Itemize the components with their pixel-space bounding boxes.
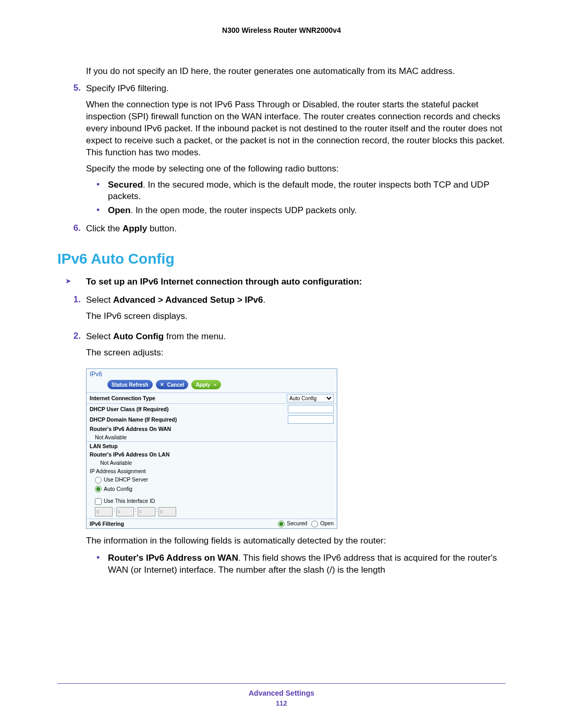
step-5-p2: Specify the mode by selecting one of the… xyxy=(86,163,506,175)
bullet-wan-addr: Router's IPv6 Address on WAN. This field… xyxy=(108,552,506,576)
status-refresh-button[interactable]: Status Refresh xyxy=(107,380,153,389)
dhcp-domain-label: DHCP Domain Name (If Required) xyxy=(90,416,288,423)
substep-2-number: 2. xyxy=(65,331,86,363)
step-5-lead: Specify IPv6 filtering. xyxy=(86,83,506,95)
use-iid-checkbox[interactable] xyxy=(95,498,102,505)
iid-inputs: : : : xyxy=(87,507,337,516)
bullet-secured: • Secured. In the secured mode, which is… xyxy=(96,179,506,203)
dhcp-domain-input[interactable] xyxy=(288,415,334,424)
footer-page-number: 112 xyxy=(0,699,563,707)
filter-open-option[interactable]: Open xyxy=(311,520,334,527)
task-arrow-icon: ➤ xyxy=(65,277,86,287)
step-5-p1: When the connection type is not IPv6 Pas… xyxy=(86,99,506,159)
section-title-ipv6-auto-config: IPv6 Auto Config xyxy=(57,251,506,267)
after-screenshot-text: The information in the following fields … xyxy=(86,535,506,547)
footer-section: Advanced Settings xyxy=(0,689,563,697)
doc-header-title: N300 Wireless Router WNR2000v4 xyxy=(57,26,506,34)
ip-assign-label: IP Address Assignment xyxy=(90,468,334,474)
bullet-dot-icon: • xyxy=(96,179,108,203)
ict-label: Internet Connection Type xyxy=(90,395,287,401)
dhcp-user-input[interactable] xyxy=(288,405,334,413)
lan-setup-label: LAN Setup xyxy=(90,443,334,449)
chevron-right-icon: ▸ xyxy=(214,382,217,387)
panel-title: IPv6 xyxy=(87,369,337,378)
use-dhcp-radio[interactable] xyxy=(95,477,102,484)
cancel-button[interactable]: ✕Cancel xyxy=(156,380,189,389)
iid-2-input[interactable] xyxy=(138,507,155,516)
substep-1-number: 1. xyxy=(65,294,86,327)
wan-addr-value: Not Available xyxy=(95,434,334,440)
iid-3-input[interactable] xyxy=(158,507,176,516)
step-6-number: 6. xyxy=(65,223,86,235)
substep-2: 2. Select Auto Config from the menu. The… xyxy=(57,331,506,363)
ipv6-filtering-label: IPv6 Filtering xyxy=(90,521,278,527)
page-footer: Advanced Settings 112 xyxy=(0,683,563,707)
filter-secured-option[interactable]: Secured xyxy=(278,520,307,527)
lan-addr-label: Router's IPv6 Address On LAN xyxy=(90,451,334,458)
iid-0-input[interactable] xyxy=(95,507,113,516)
step-5-number: 5. xyxy=(65,83,86,219)
step-5: 5. Specify IPv6 filtering. When the conn… xyxy=(57,83,506,219)
apply-button[interactable]: Apply▸ xyxy=(191,380,221,389)
ipv6-config-screenshot: IPv6 Status Refresh ✕Cancel Apply▸ Inter… xyxy=(86,368,337,529)
lan-addr-value: Not Available xyxy=(100,460,334,466)
dhcp-user-label: DHCP User Class (If Required) xyxy=(90,406,288,412)
bullet-dot-icon: • xyxy=(96,552,108,576)
intro-paragraph: If you do not specify an ID here, the ro… xyxy=(86,66,506,78)
iid-1-input[interactable] xyxy=(116,507,134,516)
close-icon: ✕ xyxy=(160,382,164,387)
wan-addr-label: Router's IPv6 Address On WAN xyxy=(90,426,334,432)
bullet-dot-icon: • xyxy=(96,205,108,217)
bullet-open: • Open. In the open mode, the router ins… xyxy=(96,205,506,217)
task-heading: ➤ To set up an IPv6 Internet connection … xyxy=(57,277,506,287)
auto-config-radio[interactable] xyxy=(95,486,102,492)
ict-select[interactable]: Auto Config xyxy=(287,394,334,402)
substep-1: 1. Select Advanced > Advanced Setup > IP… xyxy=(57,294,506,327)
step-6: 6. Click the Apply button. xyxy=(57,223,506,235)
